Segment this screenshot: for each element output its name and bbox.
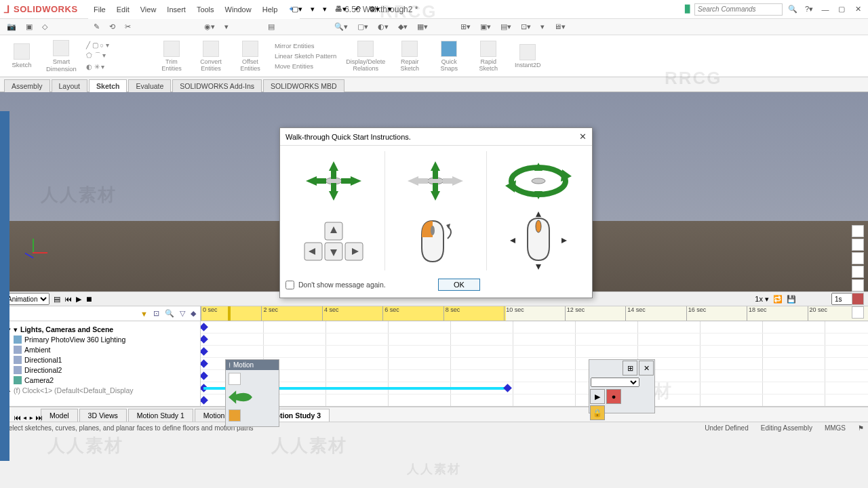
menu-help[interactable]: Help bbox=[257, 5, 283, 14]
anim-save-icon[interactable]: 💾 bbox=[787, 295, 796, 304]
keyframe[interactable] bbox=[201, 347, 208, 356]
hut-icon-8[interactable]: ▾ bbox=[224, 22, 229, 31]
hut-icon-1[interactable]: 📷 bbox=[7, 22, 16, 31]
ribbon-rapid-sketch[interactable]: Rapid Sketch bbox=[473, 41, 503, 72]
ribbon-display-relations[interactable]: Display/Delete Relations bbox=[346, 41, 385, 72]
qat-rebuild-icon[interactable]: ▾ bbox=[388, 5, 392, 14]
tab-sw-mbd[interactable]: SOLIDWORKS MBD bbox=[263, 79, 344, 92]
btab-model[interactable]: Model bbox=[41, 409, 78, 422]
qat-new-icon[interactable]: ▢▾ bbox=[292, 5, 302, 14]
taskpane-resources-icon[interactable] bbox=[852, 239, 864, 251]
taskpane-library-icon[interactable] bbox=[852, 252, 864, 264]
timeline-ruler[interactable]: 0 sec 2 sec 4 sec 6 sec 8 sec 10 sec 12 … bbox=[201, 306, 868, 321]
close-icon[interactable]: ✕ bbox=[852, 3, 864, 16]
tl-collapse-icon[interactable]: ▽ bbox=[180, 309, 185, 318]
wp-expand-icon[interactable]: ⊞ bbox=[623, 361, 637, 375]
keyframe[interactable] bbox=[201, 335, 208, 344]
dont-show-checkbox[interactable] bbox=[285, 281, 294, 289]
hut-view-icon[interactable]: ▢▾ bbox=[357, 22, 368, 31]
keyframe[interactable] bbox=[201, 371, 208, 380]
motion-lock-icon[interactable] bbox=[229, 373, 241, 385]
motion-control-panel[interactable]: ⁞Motion bbox=[225, 359, 279, 427]
wp-lock-icon[interactable]: 🔒 bbox=[590, 405, 605, 420]
hut-scene-icon[interactable]: ◆▾ bbox=[398, 22, 408, 31]
hut-zoom-icon[interactable]: 🔍▾ bbox=[334, 22, 348, 31]
ribbon-quick-snaps[interactable]: Quick Snaps bbox=[434, 41, 464, 72]
ribbon-entity-tools[interactable]: ╱ ▢ ○ ▾⬠ ⌒ ▾◐ ✳ ▾ bbox=[86, 41, 147, 70]
ribbon-instant2d[interactable]: Instant2D bbox=[513, 44, 542, 68]
taskpane-appearance-icon[interactable] bbox=[852, 293, 864, 305]
anim-play-start-icon[interactable]: ⏮ bbox=[64, 295, 72, 303]
hut-icon-5[interactable]: ⟲ bbox=[109, 22, 115, 31]
keyframe[interactable] bbox=[201, 323, 208, 331]
tl-filter-icon[interactable]: ▼ bbox=[140, 310, 148, 318]
hut-icon-n2[interactable]: ▣▾ bbox=[480, 22, 491, 31]
orientation-triad[interactable] bbox=[19, 239, 46, 266]
keyframe-end[interactable] bbox=[503, 384, 512, 392]
anim-speed-icon[interactable]: 1x ▾ bbox=[755, 295, 769, 304]
tl-key-icon[interactable]: ◆ bbox=[191, 309, 196, 318]
taskpane-custom-icon[interactable] bbox=[852, 306, 864, 319]
ribbon-convert[interactable]: Convert Entities bbox=[196, 41, 226, 72]
hut-icon-3[interactable]: ◇ bbox=[42, 22, 47, 31]
anim-type-select[interactable]: Animation bbox=[4, 293, 50, 305]
wp-play-icon[interactable]: ▶ bbox=[590, 389, 605, 404]
hut-icon-n4[interactable]: ⊡▾ bbox=[521, 22, 531, 31]
tl-zoom-fit-icon[interactable]: ⊡ bbox=[153, 309, 159, 318]
menu-window[interactable]: Window bbox=[220, 5, 257, 14]
ok-button[interactable]: OK bbox=[438, 279, 480, 291]
ribbon-trim[interactable]: Trim Entities bbox=[157, 41, 186, 72]
menu-tools[interactable]: Tools bbox=[191, 5, 220, 14]
qat-settings-icon[interactable]: ⚙▾ bbox=[369, 5, 380, 14]
tree-item-3[interactable]: Directional2 bbox=[24, 366, 62, 374]
menu-insert[interactable]: Insert bbox=[161, 5, 191, 14]
tab-assembly[interactable]: Assembly bbox=[4, 79, 50, 92]
minimize-icon[interactable]: — bbox=[819, 3, 831, 16]
hut-display-icon[interactable]: ◐▾ bbox=[378, 22, 389, 31]
search-button-icon[interactable]: 🔍 bbox=[787, 3, 799, 16]
hut-icon-6[interactable]: ✂ bbox=[125, 22, 131, 31]
menu-edit[interactable]: Edit bbox=[111, 5, 135, 14]
wp-constraint-select[interactable]: aint bbox=[591, 378, 639, 387]
taskpane-explorer-icon[interactable] bbox=[852, 266, 864, 278]
hut-section-icon[interactable]: ▦▾ bbox=[417, 22, 428, 31]
ribbon-offset[interactable]: Offset Entities bbox=[235, 41, 265, 72]
wp-close-icon[interactable]: ✕ bbox=[639, 361, 654, 375]
motion-back-arrow-icon[interactable] bbox=[229, 388, 257, 407]
qat-print-icon[interactable]: 🖶▾ bbox=[335, 5, 347, 14]
hut-icon-n1[interactable]: ⊞▾ bbox=[460, 22, 471, 31]
dialog-close-icon[interactable]: ✕ bbox=[579, 131, 587, 142]
btab-ms1[interactable]: Motion Study 1 bbox=[128, 409, 193, 422]
btab-3dviews[interactable]: 3D Views bbox=[79, 409, 127, 422]
timeline-tree[interactable]: ▾▾ Lights, Cameras and Scene Primary Pho… bbox=[0, 321, 200, 398]
timeline-tracks-panel[interactable]: 0 sec 2 sec 4 sec 6 sec 8 sec 10 sec 12 … bbox=[201, 306, 868, 406]
keyframe[interactable] bbox=[201, 359, 208, 368]
ribbon-pattern-tools[interactable]: Mirror Entities Linear Sketch Pattern Mo… bbox=[275, 42, 336, 70]
btab-nav-left-icon[interactable]: ⏮ ◀ ▶ ⏭ bbox=[14, 413, 43, 422]
hut-icon-9[interactable]: ▤ bbox=[268, 22, 275, 31]
qat-undo-icon[interactable]: ↶ bbox=[355, 5, 361, 14]
tab-sw-addins[interactable]: SOLIDWORKS Add-Ins bbox=[172, 79, 262, 92]
tl-zoom-in-icon[interactable]: 🔍 bbox=[165, 309, 174, 318]
hut-icon-n3[interactable]: ▤▾ bbox=[500, 22, 511, 31]
qat-save-icon[interactable]: ▾ bbox=[323, 5, 327, 14]
walkthrough-controls-panel[interactable]: ⊞✕ aint ▶● 🔒 bbox=[589, 359, 655, 413]
ribbon-smart-dimension[interactable]: Smart Dimension bbox=[46, 40, 77, 73]
restore-icon[interactable]: ▢ bbox=[835, 3, 848, 16]
anim-play-icon[interactable]: ▶ bbox=[76, 295, 81, 304]
ribbon-sketch-group[interactable]: Sketch bbox=[7, 43, 37, 68]
menu-file[interactable]: File bbox=[88, 5, 111, 14]
tab-evaluate[interactable]: Evaluate bbox=[128, 79, 171, 92]
hut-icon-4[interactable]: ✎ bbox=[94, 22, 100, 31]
timeline-tracks[interactable] bbox=[201, 321, 868, 406]
wp-record-icon[interactable]: ● bbox=[606, 389, 621, 404]
ribbon-repair[interactable]: Repair Sketch bbox=[395, 41, 425, 72]
motion-home-icon[interactable] bbox=[229, 409, 241, 422]
tree-root[interactable]: Lights, Cameras and Scene bbox=[20, 325, 113, 333]
tree-item-2[interactable]: Directional1 bbox=[24, 356, 62, 364]
anim-calc-icon[interactable]: ▤ bbox=[54, 295, 60, 304]
search-commands-input[interactable] bbox=[694, 3, 783, 16]
status-units[interactable]: MMGS bbox=[825, 424, 846, 432]
help-icon[interactable]: ?▾ bbox=[803, 3, 815, 16]
qat-open-icon[interactable]: ▾ bbox=[311, 5, 315, 14]
